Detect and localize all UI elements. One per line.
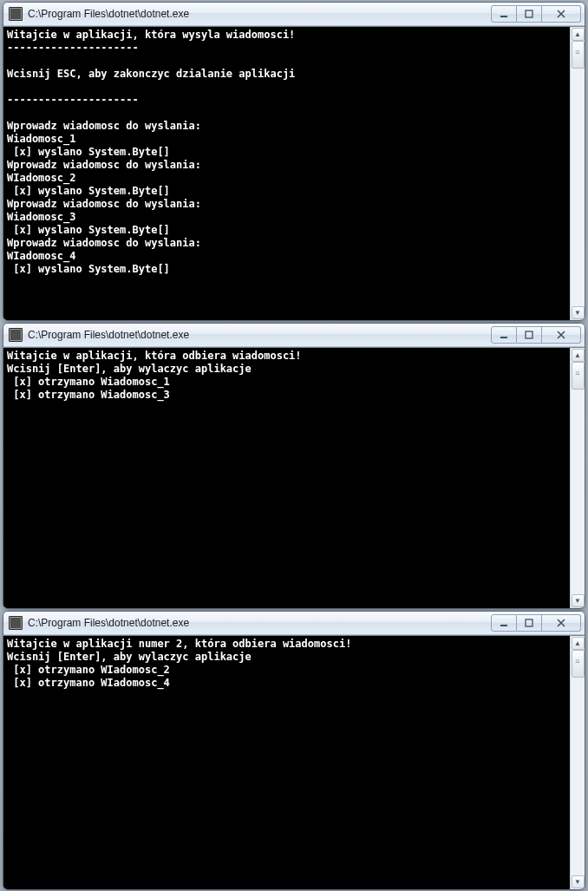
console-window[interactable]: C:\Program Files\dotnet\dotnet.exe Witaj…	[3, 611, 585, 890]
svg-rect-4	[500, 625, 507, 626]
minimize-button[interactable]	[491, 614, 517, 632]
scroll-up-button[interactable]: ▲	[572, 637, 585, 650]
close-icon	[557, 331, 565, 339]
window-controls	[491, 5, 581, 23]
scroll-up-button[interactable]: ▲	[572, 349, 585, 362]
svg-rect-3	[526, 331, 532, 338]
app-icon	[9, 616, 23, 630]
app-icon	[9, 328, 23, 342]
scroll-thumb[interactable]	[572, 362, 585, 390]
scroll-down-button[interactable]: ▼	[572, 875, 585, 888]
console-output: Witajcie w aplikacji numer 2, która odbi…	[3, 636, 570, 889]
minimize-icon	[500, 619, 508, 627]
console-window[interactable]: C:\Program Files\dotnet\dotnet.exe Witaj…	[3, 2, 585, 321]
chevron-down-icon: ▼	[574, 598, 581, 605]
console-window[interactable]: C:\Program Files\dotnet\dotnet.exe Witaj…	[3, 323, 585, 609]
vertical-scrollbar[interactable]: ▲ ▼	[570, 348, 585, 608]
titlebar[interactable]: C:\Program Files\dotnet\dotnet.exe	[3, 324, 585, 347]
chevron-up-icon: ▲	[574, 31, 581, 38]
scroll-down-button[interactable]: ▼	[572, 306, 585, 319]
svg-rect-2	[500, 337, 507, 338]
window-title: C:\Program Files\dotnet\dotnet.exe	[28, 617, 491, 629]
scroll-thumb[interactable]	[572, 41, 585, 69]
window-controls	[491, 614, 581, 632]
app-icon	[9, 7, 23, 21]
minimize-button[interactable]	[491, 5, 517, 23]
scroll-up-button[interactable]: ▲	[572, 28, 585, 41]
maximize-icon	[525, 619, 533, 627]
window-title: C:\Program Files\dotnet\dotnet.exe	[28, 8, 491, 20]
close-icon	[557, 619, 565, 627]
close-icon	[557, 10, 565, 18]
chevron-up-icon: ▲	[574, 352, 581, 359]
console-output: Witajcie w aplikacji, która odbiera wiad…	[3, 348, 570, 608]
vertical-scrollbar[interactable]: ▲ ▼	[570, 27, 585, 320]
chevron-down-icon: ▼	[574, 310, 581, 317]
scroll-track[interactable]	[572, 650, 585, 875]
close-button[interactable]	[542, 5, 581, 23]
vertical-scrollbar[interactable]: ▲ ▼	[570, 636, 585, 889]
console-output: Witajcie w aplikacji, która wysyla wiado…	[3, 27, 570, 320]
titlebar[interactable]: C:\Program Files\dotnet\dotnet.exe	[3, 3, 585, 26]
scroll-thumb[interactable]	[572, 650, 585, 678]
maximize-button[interactable]	[517, 614, 542, 632]
svg-rect-1	[526, 10, 532, 17]
close-button[interactable]	[542, 326, 581, 344]
maximize-icon	[525, 331, 533, 339]
maximize-button[interactable]	[517, 5, 542, 23]
scroll-down-button[interactable]: ▼	[572, 594, 585, 607]
scroll-track[interactable]	[572, 362, 585, 594]
scroll-track[interactable]	[572, 41, 585, 306]
minimize-icon	[500, 331, 508, 339]
chevron-down-icon: ▼	[574, 879, 581, 886]
minimize-button[interactable]	[491, 326, 517, 344]
close-button[interactable]	[542, 614, 581, 632]
maximize-icon	[525, 10, 533, 18]
window-title: C:\Program Files\dotnet\dotnet.exe	[28, 329, 491, 341]
chevron-up-icon: ▲	[574, 640, 581, 647]
svg-rect-0	[500, 16, 507, 17]
svg-rect-5	[526, 619, 532, 626]
titlebar[interactable]: C:\Program Files\dotnet\dotnet.exe	[3, 612, 585, 635]
minimize-icon	[500, 10, 508, 18]
maximize-button[interactable]	[517, 326, 542, 344]
window-controls	[491, 326, 581, 344]
